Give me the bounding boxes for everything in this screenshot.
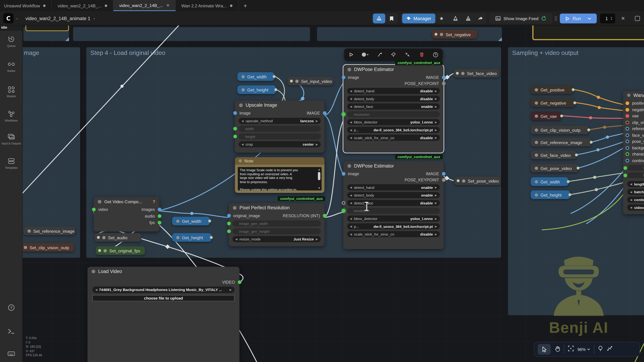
input-port[interactable] xyxy=(97,236,100,239)
output-port[interactable] xyxy=(575,154,578,156)
arrow-right-icon[interactable]: ▶ xyxy=(435,136,437,139)
node-note[interactable]: Note The Image Scale node is to prevent … xyxy=(235,157,324,193)
arrow-left-icon[interactable]: ◀ xyxy=(350,201,352,205)
arrow-right-icon[interactable]: ▶ xyxy=(435,105,437,108)
collapse-dot[interactable] xyxy=(535,114,538,118)
input-port[interactable] xyxy=(434,33,437,36)
input-port-vae[interactable] xyxy=(626,114,629,118)
node-wan-animate[interactable]: WanA positive negative vae clip_visio re… xyxy=(623,91,644,214)
collapse-dot[interactable] xyxy=(535,88,538,91)
arrow-left-icon[interactable]: ◀ xyxy=(630,198,632,201)
output-port-image[interactable] xyxy=(442,172,446,175)
widget-detect-body[interactable]: ◀detect_bodydisable▶ xyxy=(347,96,440,102)
node-set-negative[interactable]: Set_negative xyxy=(432,30,477,38)
collapse-dot[interactable] xyxy=(440,33,443,36)
output-port-pose-keypoint[interactable] xyxy=(442,81,446,85)
route-icon[interactable] xyxy=(375,50,384,59)
widget-continue[interactable]: ◀contin xyxy=(627,197,644,203)
collapse-dot[interactable] xyxy=(24,246,27,249)
group-resize-handle[interactable] xyxy=(498,37,502,41)
collapse-dot[interactable] xyxy=(102,236,106,239)
arrow-left-icon[interactable]: ◀ xyxy=(95,288,97,292)
node-header[interactable]: Get Video Compo...? xyxy=(94,197,160,206)
fit-view-button[interactable] xyxy=(568,346,574,353)
input-port-face-video[interactable] xyxy=(626,133,629,137)
widget-detect-face[interactable]: ◀detect_facedisable▶ xyxy=(347,200,440,206)
node-set-face-video[interactable]: Set_face_video xyxy=(454,69,500,77)
arrow-left-icon[interactable]: ◀ xyxy=(350,128,352,131)
show-image-feed-button[interactable]: Show Image Feed xyxy=(491,13,550,23)
sidebar-item-models[interactable]: Models xyxy=(0,86,22,98)
collapse-dot[interactable] xyxy=(535,141,538,144)
collapse-dot[interactable] xyxy=(348,67,351,71)
widget-image-gen-height[interactable]: image_gen_height xyxy=(232,228,321,234)
node-set-audio[interactable]: Set_audio xyxy=(94,233,142,242)
arrow-left-icon[interactable]: ◀ xyxy=(350,136,352,139)
node-get-width[interactable]: Get_width xyxy=(238,72,274,81)
group-resize-handle[interactable] xyxy=(65,37,69,41)
node-header[interactable]: Upscale Image xyxy=(235,100,324,110)
arrow-left-icon[interactable]: ◀ xyxy=(630,206,632,209)
arrow-left-icon[interactable]: ◀ xyxy=(630,190,632,194)
widget-resolution[interactable]: resolution xyxy=(347,208,440,214)
arrow-left-icon[interactable]: ◀ xyxy=(350,217,352,220)
comfyui-logo[interactable]: C xyxy=(3,13,14,23)
arrow-right-icon[interactable]: ▶ xyxy=(435,201,437,205)
output-port[interactable] xyxy=(576,167,580,169)
input-port-clip-vision[interactable] xyxy=(626,120,629,124)
arrow-left-icon[interactable]: ◀ xyxy=(235,238,238,241)
arrow-right-icon[interactable]: ▶ xyxy=(316,143,318,146)
node-canvas[interactable]: mage Step 4 - Load original video Sampli… xyxy=(0,0,644,362)
sidebar-item-templates[interactable]: Templates xyxy=(0,157,22,169)
sidebar-help-button[interactable]: ? xyxy=(0,304,22,312)
widget-file-combo[interactable]: ◀744691_Grey Background Headphones Liste… xyxy=(92,287,234,293)
widget-scale-stick[interactable]: ◀scale_stick_for_xinsr_cndisable▶ xyxy=(347,231,440,237)
input-port[interactable] xyxy=(290,79,293,82)
arrow-right-icon[interactable]: ▶ xyxy=(435,186,437,189)
sidebar-item-inputs-outputs[interactable]: Input & Outputs xyxy=(0,133,22,145)
widget-height[interactable]: height xyxy=(239,133,321,140)
node-header[interactable]: Note xyxy=(235,157,324,165)
node-get-height[interactable]: Get_height xyxy=(238,85,276,94)
node-set-clip-vision-output[interactable]: Set_clip_vision_outp xyxy=(20,243,74,252)
arrow-right-icon[interactable]: ▶ xyxy=(316,119,318,123)
node-load-video[interactable]: Load Video VIDEO ◀744691_Grey Background… xyxy=(88,267,240,362)
toggle-links-button[interactable] xyxy=(606,346,613,353)
widget-crop[interactable]: ◀cropcenter▶ xyxy=(239,141,321,147)
output-port[interactable] xyxy=(274,88,277,91)
arrow-left-icon[interactable]: ◀ xyxy=(630,182,632,186)
play-icon[interactable] xyxy=(347,50,356,59)
output-port[interactable] xyxy=(273,75,276,78)
scroll-thumb[interactable] xyxy=(318,172,320,180)
collapse-dot[interactable] xyxy=(239,103,243,107)
input-port-background[interactable] xyxy=(626,146,629,149)
input-port-resolution[interactable] xyxy=(342,112,345,116)
collapse-dot[interactable] xyxy=(461,72,464,75)
arrow-right-icon[interactable]: ▶ xyxy=(435,233,437,236)
workflow-graph-button[interactable] xyxy=(373,13,385,23)
tab-wan-22-animate[interactable]: Wan 2.2 Animate Wra... xyxy=(176,0,238,11)
widget-bbox-detector[interactable]: ◀bbox_detectoryolox_l.onnx▶ xyxy=(347,215,440,222)
widget-bbox-detector[interactable]: ◀bbox_detectoryolox_l.onnx▶ xyxy=(347,119,440,125)
output-port[interactable] xyxy=(572,88,574,91)
help-badge[interactable]: ? xyxy=(153,199,155,204)
collapse-dot[interactable] xyxy=(239,159,242,163)
collapse-dot[interactable] xyxy=(28,229,31,233)
workflow-name-menu[interactable]: video_wan2_2_14B_animate 1⌄ xyxy=(26,11,96,25)
collapse-icon[interactable] xyxy=(403,50,412,59)
widget-resolution[interactable]: resolution xyxy=(347,111,440,117)
input-port-width[interactable] xyxy=(233,127,237,130)
node-set-reference-image[interactable]: Set_reference_image xyxy=(24,226,75,235)
widget-length[interactable]: ◀length xyxy=(627,181,644,187)
widget-batch[interactable]: ◀batch xyxy=(627,189,644,195)
node-get-height[interactable]: Get_height xyxy=(172,233,212,242)
chevron-down-icon[interactable]: ⌄ xyxy=(16,16,18,20)
sidebar-shortcuts-button[interactable] xyxy=(0,350,22,358)
collapse-dot[interactable] xyxy=(535,180,538,183)
bookmark-button[interactable] xyxy=(386,13,397,23)
collapse-dot[interactable] xyxy=(535,128,538,131)
arrow-right-icon[interactable]: ▶ xyxy=(230,288,232,292)
node-get-height[interactable]: Get_height xyxy=(530,190,570,199)
widget-detect-body[interactable]: ◀detect_bodyenable▶ xyxy=(347,192,440,198)
output-port-audio[interactable] xyxy=(158,214,161,218)
